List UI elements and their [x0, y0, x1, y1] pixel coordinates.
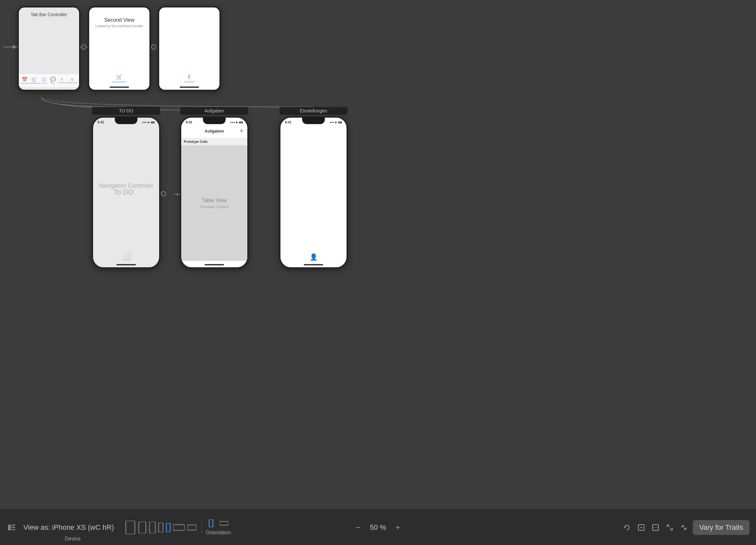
notch-todo — [115, 118, 137, 124]
aufgaben-plus-button[interactable]: + — [240, 127, 243, 135]
svg-rect-15 — [173, 525, 185, 530]
sidebar-toggle-button[interactable] — [6, 522, 17, 533]
zoom-controls: − 50 % + — [353, 523, 403, 532]
svg-rect-7 — [11, 525, 15, 526]
tab-todo-label: TO DO — [41, 82, 47, 84]
tab-chat-label: Chat — [51, 82, 55, 84]
ipad-medium-icon[interactable] — [138, 522, 147, 533]
einkaufsliste-bottom-label: Einkaufsliste — [112, 80, 127, 83]
status-icons-todo: ●●●▶▮▮▮ — [142, 121, 155, 124]
zoom-in-button[interactable]: + — [393, 523, 403, 532]
svg-rect-12 — [149, 522, 155, 533]
second-view-subtitle: Loaded by SecondViewController — [92, 24, 146, 28]
compress-button[interactable] — [679, 522, 690, 533]
orientation-icons — [207, 519, 230, 527]
connector-circle-nav — [161, 191, 166, 196]
iphone-xs-icon[interactable] — [187, 525, 196, 530]
table-view-label: Table View — [202, 198, 227, 204]
tab-bar-controller-scene: Tab Bar Controller 📅 Kalender 🛒 Einkaufs… — [18, 6, 80, 91]
tab-einstellungen-label: Einstellungen — [66, 82, 78, 84]
resize-icon — [652, 524, 659, 531]
compress-icon — [680, 524, 688, 531]
todo-bottom-icon: ⬜ — [122, 253, 131, 261]
iphone-active-icon[interactable] — [166, 523, 171, 532]
device-selector: Orientation — [124, 519, 231, 536]
svg-rect-9 — [11, 529, 15, 530]
tab-bar-controller-title: Tab Bar Controller — [22, 12, 76, 17]
svg-rect-16 — [187, 525, 196, 530]
orientation-section: Orientation — [206, 519, 231, 536]
storyboard-canvas[interactable]: Tab Bar Controller 📅 Kalender 🛒 Einkaufs… — [0, 0, 756, 509]
portrait-orientation-icon[interactable] — [209, 519, 213, 527]
todo-icon: ☑ — [42, 77, 46, 82]
home-indicator-2 — [110, 87, 129, 88]
iphone-small-icon[interactable] — [173, 524, 185, 531]
tab-schulden-label: Schulden — [58, 82, 66, 84]
svg-rect-8 — [11, 527, 15, 528]
status-icons-einstellungen: ●●●▶▮▮▮ — [330, 121, 342, 124]
status-time-aufgaben: 9:41 — [186, 121, 192, 124]
fit-to-screen-button[interactable] — [636, 522, 647, 533]
table-view-sub: Prototype Content — [200, 205, 229, 209]
einkaufsliste-bottom: 🛒 Einkaufsliste — [112, 74, 127, 83]
connector-circle-1 — [81, 44, 86, 50]
second-view-title: Second View — [92, 17, 146, 23]
schulden-bottom-icon-glyph: € — [188, 74, 191, 80]
tab-schulden: € Schulden — [57, 78, 66, 84]
einstellungen-icon: ⚙ — [71, 78, 74, 81]
tab-einkaufsliste-label: Einkaufsliste — [29, 82, 40, 84]
einkaufsliste-icon: 🛒 — [31, 77, 37, 82]
chat-icon: 💬 — [50, 77, 56, 82]
orientation-label: Orientation — [206, 530, 231, 536]
iphone-large-icon[interactable] — [149, 522, 156, 533]
aufgaben-nav-title: Aufgaben — [205, 129, 224, 134]
device-label: Device — [65, 536, 81, 542]
aufgaben-mockup: 9:41 ●●●▶▮▮▮ Aufgaben + Prototype Cells … — [180, 117, 248, 268]
svg-rect-10 — [126, 521, 135, 534]
home-indicator-3 — [180, 87, 199, 88]
home-indicator-einstellungen — [304, 264, 323, 266]
todo-navigation-scene: TO DO 9:41 ●●●▶▮▮▮ Navigation Controller… — [92, 107, 160, 268]
aufgaben-scene: Aufgaben 9:41 ●●●▶▮▮▮ Aufgaben + Prototy… — [180, 107, 248, 268]
svg-rect-13 — [159, 523, 163, 532]
notch-einstellungen — [302, 118, 325, 124]
schulden-bottom: € Schulden — [184, 74, 195, 83]
toolbar-divider — [202, 521, 202, 534]
svg-rect-17 — [209, 519, 213, 527]
toolbar-left: View as: iPhone XS (wC hR) — [6, 522, 114, 533]
todo-scene-header: TO DO — [92, 107, 160, 115]
undo-button[interactable] — [621, 522, 632, 533]
tab-todo: ☑ TO DO — [40, 77, 49, 84]
fit-icon — [638, 524, 645, 531]
vary-for-traits-button[interactable]: Vary for Traits — [693, 520, 750, 535]
landscape-orientation-icon[interactable] — [220, 521, 228, 526]
svg-rect-6 — [8, 525, 11, 530]
resize-button[interactable] — [650, 522, 661, 533]
tab-kalender: 📅 Kalender — [20, 77, 29, 84]
expand-icon — [666, 524, 673, 531]
tab-bar-controller-mockup: Tab Bar Controller 📅 Kalender 🛒 Einkaufs… — [18, 6, 80, 91]
ipad-large-icon[interactable] — [125, 521, 136, 534]
undo-icon — [623, 524, 631, 531]
einstellungen-mockup: 9:41 ●●●▶▮▮▮ 👤 — [279, 117, 348, 268]
third-view-scene: € Schulden — [158, 6, 220, 91]
status-icons-aufgaben: ●●●▶▮▮▮ — [230, 121, 243, 124]
svg-rect-18 — [220, 521, 228, 525]
tab-chat: 💬 Chat — [49, 77, 57, 84]
svg-line-24 — [667, 525, 669, 527]
table-view-content: Table View Prototype Content — [181, 146, 247, 261]
zoom-out-button[interactable]: − — [353, 523, 363, 532]
tab-einstellungen: ⚙ Einstellungen — [66, 78, 78, 84]
sidebar-icon — [8, 525, 15, 530]
tab-einkaufsliste: 🛒 Einkaufsliste — [29, 77, 40, 84]
einstellungen-person-icon: 👤 — [310, 253, 318, 261]
status-time-einstellungen: 9:41 — [285, 121, 291, 124]
aufgaben-scene-header: Aufgaben — [180, 107, 248, 115]
iphone-medium-icon[interactable] — [158, 523, 163, 532]
expand-button[interactable] — [664, 522, 675, 533]
tab-kalender-label: Kalender — [21, 82, 29, 84]
svg-rect-14 — [166, 523, 170, 532]
home-indicator-aufgaben — [205, 264, 224, 266]
status-time-todo: 9:41 — [98, 121, 104, 124]
view-as-label: View as: iPhone XS (wC hR) — [23, 523, 114, 532]
